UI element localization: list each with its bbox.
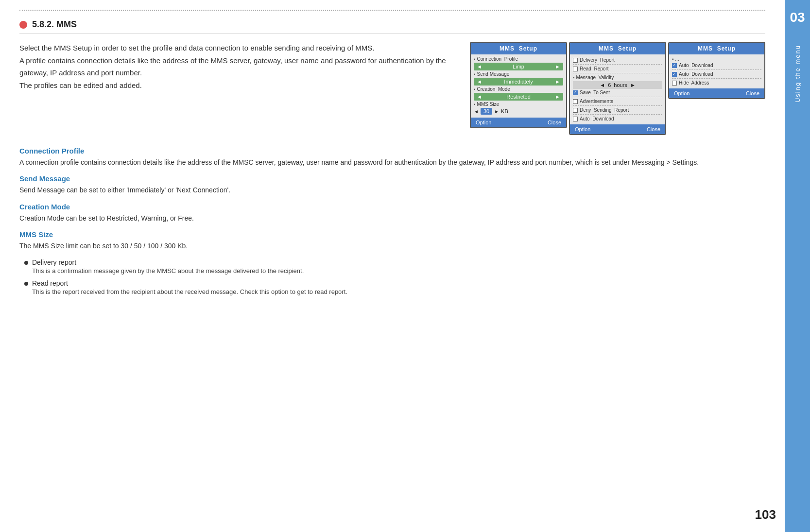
screen3-div1 [672, 69, 761, 70]
screen3-auto2-checkbox [672, 72, 677, 77]
screen3-body: ▪ ... Auto Download Auto Download Hide A… [669, 54, 764, 88]
phone-screen-3: MMS Setup ▪ ... Auto Download Auto Downl… [668, 42, 765, 99]
screen2-deny-row: Deny Sending Report [573, 107, 662, 113]
bullet-title-delivery: Delivery report [32, 258, 304, 266]
main-content: 5.8.2. MMS Select the MMS Setup in order… [0, 0, 785, 532]
screen2-div2 [573, 73, 662, 73]
screen1-restricted-row: ◄Restricted► [474, 93, 563, 101]
screen2-footer: Option Close [570, 124, 665, 134]
screen2-div5 [573, 114, 662, 115]
screen3-auto1-checkbox [672, 63, 677, 68]
screen3-hide-checkbox [672, 81, 677, 86]
screen2-read-row: Read Report [573, 66, 662, 71]
body-mms-size: The MMS Size limit can be set to 30 / 50… [19, 240, 765, 251]
screen2-read-checkbox [573, 67, 578, 71]
screen2-option[interactable]: Option [575, 126, 590, 132]
screen3-auto1-row: Auto Download [672, 63, 761, 68]
heading-connection-profile: Connection Profile [19, 147, 765, 155]
bullet-content-read: Read report This is the report received … [32, 279, 347, 297]
details-creation-mode: Creation Mode Creation Mode can be set t… [19, 203, 765, 223]
screen1-option[interactable]: Option [476, 120, 491, 125]
section-header: 5.8.2. MMS [19, 19, 765, 34]
screen2-validity-value: ◄6 hours► [573, 81, 662, 89]
bullet-desc-read: This is the report received from the rec… [32, 287, 347, 297]
separator [19, 10, 765, 11]
screen1-limp-row: ◄Limp► [474, 63, 563, 70]
screen1-send-label: Send Message [474, 71, 563, 77]
heading-mms-size: MMS Size [19, 230, 765, 239]
screen2-close[interactable]: Close [647, 126, 660, 132]
screen2-header: MMS Setup [570, 43, 665, 54]
screen1-body: Connection Profile ◄Limp► Send Message ◄… [471, 54, 566, 118]
screen1-header: MMS Setup [471, 43, 566, 54]
screen1-immediately-row: ◄Immediately► [474, 78, 563, 86]
heading-send-message: Send Message [19, 174, 765, 183]
screen2-delivery-checkbox [573, 58, 578, 63]
content-row: Select the MMS Setup in order to set the… [19, 42, 765, 135]
screen2-save-checkbox [573, 90, 578, 95]
body-creation-mode: Creation Mode can be set to Restricted, … [19, 213, 765, 223]
screen2-deny-checkbox [573, 108, 578, 113]
details-connection-profile: Connection Profile A connection profile … [19, 147, 765, 168]
phone-screen-1: MMS Setup Connection Profile ◄Limp► Send… [470, 42, 567, 128]
screen2-ads-checkbox [573, 99, 578, 104]
bullet-dot-2 [24, 282, 28, 286]
screen1-close[interactable]: Close [548, 120, 561, 125]
screen2-validity-label: Message Validity [573, 75, 662, 80]
body-connection-profile: A connection profile contains connection… [19, 157, 765, 168]
screen3-footer: Option Close [669, 88, 764, 98]
screen2-body: Delivery Report Read Report Message Vali… [570, 54, 665, 124]
bullet-list: Delivery report This is a confirmation m… [19, 258, 765, 297]
bullet-content-delivery: Delivery report This is a confirmation m… [32, 258, 304, 276]
screen3-div2 [672, 78, 761, 79]
bullet-item-delivery: Delivery report This is a confirmation m… [24, 258, 765, 276]
screen1-mmssize-label: MMS Size [474, 102, 563, 107]
screen2-save-row: Save To Sent [573, 90, 662, 95]
section-title: 5.8.2. MMS [32, 19, 77, 30]
side-tab-label: Using the menu [794, 45, 801, 103]
page-number: 103 [755, 507, 776, 522]
screen2-auto-row: Auto Download [573, 116, 662, 121]
side-tab-number: 03 [790, 10, 805, 25]
heading-creation-mode: Creation Mode [19, 203, 765, 211]
details-mms-size: MMS Size The MMS Size limit can be set t… [19, 230, 765, 251]
screen2-div3 [573, 97, 662, 97]
screen2-auto-checkbox [573, 117, 578, 121]
screen3-header: MMS Setup [669, 43, 764, 54]
screenshots-container: MMS Setup Connection Profile ◄Limp► Send… [470, 42, 765, 135]
screen3-hide-row: Hide Address [672, 80, 761, 86]
section-dot-icon [19, 21, 27, 29]
bullet-title-read: Read report [32, 279, 347, 287]
details-send-message: Send Message Send Message can be set to … [19, 174, 765, 195]
side-tab: 03 Using the menu [785, 0, 810, 532]
bullet-desc-delivery: This is a confirmation message given by … [32, 266, 304, 276]
screen2-div4 [573, 105, 662, 106]
screen1-footer: Option Close [471, 118, 566, 127]
bullet-dot-1 [24, 261, 28, 265]
intro-text: Select the MMS Setup in order to set the… [19, 42, 458, 135]
screen1-creation-label: Creation Mode [474, 86, 563, 92]
screen2-delivery-row: Delivery Report [573, 57, 662, 63]
screen3-close[interactable]: Close [746, 90, 759, 96]
bullet-item-read: Read report This is the report received … [24, 279, 765, 297]
screen3-auto2-row: Auto Download [672, 71, 761, 77]
body-send-message: Send Message can be set to either 'Immed… [19, 185, 765, 195]
screen3-truncated: ▪ ... [672, 56, 761, 62]
screen3-option[interactable]: Option [674, 90, 689, 96]
screen1-connection-label: Connection Profile [474, 56, 563, 62]
phone-screen-2: MMS Setup Delivery Report Read Report Me… [569, 42, 666, 135]
screen2-ads-row: Advertisements [573, 99, 662, 104]
screen2-div1 [573, 64, 662, 65]
screen1-size-row: ◄ 30 ► KB [474, 108, 563, 115]
